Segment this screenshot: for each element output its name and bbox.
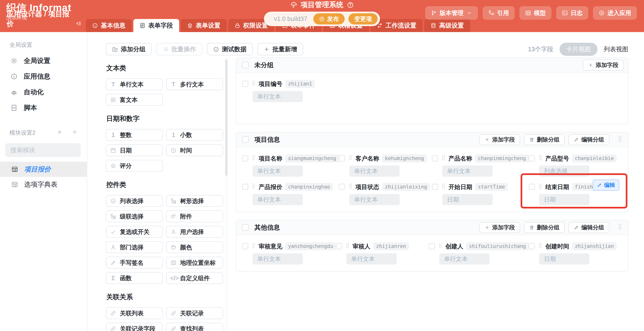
- palette-item[interactable]: T单行文本: [106, 78, 163, 90]
- palette-item[interactable]: T多行文本: [166, 78, 223, 90]
- tab-form-settings[interactable]: 表单设置: [181, 19, 226, 32]
- palette-scrollbar-thumb[interactable]: [225, 59, 228, 176]
- sidebar-item-app-info[interactable]: 应用信息: [0, 69, 87, 84]
- delete-group-button[interactable]: 删除分组: [524, 134, 565, 145]
- palette-item[interactable]: 关联记录: [166, 307, 223, 319]
- publish-button[interactable]: 发布: [314, 13, 345, 25]
- toolbar-add-group-button[interactable]: 添加分组: [106, 43, 152, 55]
- field-drag-handle-icon[interactable]: [437, 242, 444, 250]
- add-field-button[interactable]: 添加字段: [583, 60, 624, 71]
- field-checkbox[interactable]: [242, 184, 248, 190]
- tab-basic-info[interactable]: 基本信息: [86, 19, 132, 32]
- field-input[interactable]: 列表选择: [539, 166, 590, 177]
- palette-item[interactable]: 富文本: [106, 94, 163, 106]
- palette-item[interactable]: 查找列表: [166, 323, 223, 331]
- field-checkbox[interactable]: [242, 155, 248, 161]
- sidebar-module-project-quote[interactable]: 项目报价: [0, 162, 87, 177]
- palette-item[interactable]: 级联选择: [106, 210, 163, 222]
- palette-item[interactable]: 地理位置坐标: [166, 257, 223, 268]
- group-checkbox[interactable]: [242, 224, 249, 231]
- group-drag-handle-icon[interactable]: [616, 135, 624, 144]
- field-input[interactable]: 单行文本: [439, 253, 490, 264]
- sidebar-module-option-dict-table[interactable]: 选项字典表: [0, 177, 87, 192]
- field-drag-handle-icon[interactable]: [537, 155, 544, 162]
- field-input[interactable]: 单行文本: [442, 166, 492, 177]
- palette-item[interactable]: 颜色: [166, 241, 223, 253]
- palette-item[interactable]: 复选或开关: [106, 226, 163, 238]
- palette-item[interactable]: 评分: [106, 160, 163, 172]
- field-checkbox[interactable]: [529, 155, 535, 161]
- edit-field-button[interactable]: 编辑: [593, 179, 619, 191]
- field-drag-handle-icon[interactable]: [250, 80, 257, 88]
- palette-item[interactable]: </>自定义组件: [166, 272, 223, 284]
- field-card[interactable]: 审核人zhijianren单行文本: [336, 242, 429, 264]
- field-card[interactable]: 项目编号zhijian1单行文本: [242, 80, 337, 102]
- palette-item[interactable]: Σ函数: [106, 272, 163, 284]
- palette-item[interactable]: 手写签名: [106, 257, 163, 268]
- palette-item[interactable]: 附件: [166, 210, 223, 222]
- header-action-logs[interactable]: 日志: [556, 6, 588, 20]
- field-drag-handle-icon[interactable]: [344, 242, 351, 250]
- field-card[interactable]: 客户名称kehumigncheng单行文本: [339, 154, 432, 177]
- header-action-version-management[interactable]: 版本管理: [425, 6, 478, 20]
- delete-group-button[interactable]: 删除分组: [524, 222, 565, 233]
- field-card[interactable]: 创建人shifouliurushichang单行文本: [429, 242, 529, 264]
- field-drag-handle-icon[interactable]: [250, 183, 257, 191]
- field-input[interactable]: 单行文本: [252, 253, 303, 264]
- field-input[interactable]: 单行文本: [252, 91, 303, 102]
- palette-item[interactable]: 1小数: [166, 129, 223, 141]
- question-icon[interactable]: [347, 2, 354, 9]
- field-checkbox[interactable]: [529, 184, 535, 190]
- header-action-model[interactable]: 模型: [520, 6, 552, 20]
- field-drag-handle-icon[interactable]: [348, 155, 354, 162]
- field-checkbox[interactable]: [242, 243, 248, 249]
- palette-item[interactable]: 关联记录字段: [106, 323, 163, 331]
- module-eject-button[interactable]: [56, 129, 63, 137]
- field-checkbox[interactable]: [242, 81, 248, 87]
- search-input[interactable]: [10, 147, 90, 154]
- palette-item[interactable]: 树形选择: [166, 195, 223, 207]
- field-input[interactable]: 单行文本: [349, 194, 400, 205]
- field-checkbox[interactable]: [429, 243, 435, 249]
- field-input[interactable]: 单行文本: [349, 166, 400, 177]
- palette-item[interactable]: 1整数: [106, 129, 163, 141]
- group-checkbox[interactable]: [242, 62, 249, 68]
- field-drag-handle-icon[interactable]: [537, 183, 544, 191]
- field-input[interactable]: 单行文本: [252, 194, 303, 205]
- header-action-enter-app[interactable]: 进入应用: [593, 6, 637, 20]
- group-checkbox[interactable]: [242, 136, 249, 143]
- edit-group-button[interactable]: 编辑分组: [568, 222, 609, 233]
- field-drag-handle-icon[interactable]: [440, 183, 446, 191]
- tab-form-fields[interactable]: 表单字段: [133, 19, 179, 32]
- field-drag-handle-icon[interactable]: [348, 183, 354, 191]
- field-input[interactable]: 日期: [539, 253, 590, 264]
- edit-group-button[interactable]: 编辑分组: [568, 134, 609, 145]
- field-drag-handle-icon[interactable]: [440, 155, 446, 162]
- field-input[interactable]: 日期: [539, 194, 590, 205]
- header-action-reference[interactable]: 引用: [483, 6, 515, 20]
- tab-advanced-settings[interactable]: 高级设置: [424, 19, 470, 32]
- sidebar-item-global-settings[interactable]: 全局设置: [0, 53, 87, 69]
- field-card[interactable]: 项目名称xiangmumingcheng单行文本: [242, 154, 339, 177]
- field-card[interactable]: 产品报价chanpinxinghao单行文本: [242, 183, 339, 205]
- field-checkbox[interactable]: [339, 184, 345, 190]
- field-checkbox[interactable]: [339, 155, 345, 161]
- field-drag-handle-icon[interactable]: [250, 155, 257, 162]
- palette-item[interactable]: 日期: [106, 144, 163, 156]
- field-card[interactable]: 编辑结束日期finishTime日期: [529, 183, 622, 205]
- field-checkbox[interactable]: [432, 155, 438, 161]
- field-card[interactable]: 产品型号chanpinleibie列表选择: [529, 154, 622, 177]
- group-drag-handle-icon[interactable]: [616, 223, 624, 232]
- palette-item[interactable]: 用户选择: [166, 226, 223, 238]
- palette-item[interactable]: 部门选择: [106, 241, 163, 253]
- field-card[interactable]: 审核意见yanzhongchengdu单行文本: [242, 242, 336, 264]
- field-input[interactable]: 单行文本: [346, 253, 397, 264]
- palette-item[interactable]: 时间: [166, 144, 223, 156]
- palette-item[interactable]: 列表选择: [106, 195, 163, 207]
- field-drag-handle-icon[interactable]: [250, 242, 257, 250]
- list-view-toggle[interactable]: 列表视图: [604, 45, 628, 54]
- card-view-toggle[interactable]: 卡片视图: [560, 43, 598, 56]
- changes-button[interactable]: 变更项: [348, 13, 378, 25]
- toolbar-test-data-button[interactable]: 测试数据: [207, 43, 253, 55]
- palette-item[interactable]: 关联列表: [106, 307, 163, 319]
